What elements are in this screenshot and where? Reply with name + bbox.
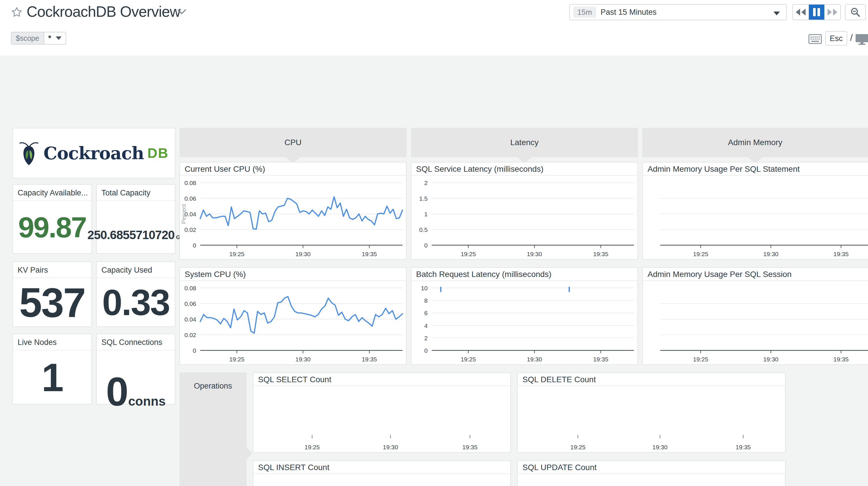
svg-text:19:25: 19:25 bbox=[693, 251, 709, 257]
template-variable-value: * bbox=[44, 32, 56, 44]
svg-text:19:35: 19:35 bbox=[593, 356, 609, 363]
caret-down-icon bbox=[56, 36, 62, 40]
tile-sql-connections[interactable]: SQL Connections 0 conns bbox=[96, 334, 176, 404]
tile-kv-pairs[interactable]: KV Pairs 537 bbox=[12, 261, 92, 327]
svg-text:0: 0 bbox=[424, 242, 428, 249]
group-label: Latency bbox=[510, 138, 538, 147]
keyboard-shortcuts-button[interactable] bbox=[808, 34, 822, 45]
svg-text:2: 2 bbox=[424, 335, 428, 341]
chart-title: SQL SELECT Count bbox=[253, 373, 510, 386]
chart-panel-system-cpu[interactable]: System CPU (%) 0.080.060.040.02019:2519:… bbox=[180, 267, 407, 365]
line-chart: 21.510.5019:2519:3019:35 bbox=[411, 176, 638, 259]
chart-panel-admin-memory-session[interactable]: Admin Memory Usage Per SQL Session 19:25… bbox=[642, 267, 868, 365]
line-chart: 19:2519:3019:35 bbox=[518, 387, 785, 452]
tile-capacity-used[interactable]: Capacity Used 0.33 bbox=[96, 261, 176, 327]
group-header-cpu[interactable]: CPU bbox=[180, 128, 407, 157]
tile-value: 0.33 bbox=[102, 282, 169, 323]
chart-title: SQL DELETE Count bbox=[518, 373, 785, 386]
svg-text:19:25: 19:25 bbox=[229, 251, 244, 257]
chart-title: SQL INSERT Count bbox=[253, 461, 510, 474]
chart-title: System CPU (%) bbox=[180, 268, 406, 281]
svg-text:10: 10 bbox=[421, 285, 428, 291]
group-header-operations[interactable]: Operations bbox=[180, 372, 246, 486]
svg-text:19:25: 19:25 bbox=[461, 356, 476, 363]
time-range-selector[interactable]: 15m Past 15 Minutes bbox=[569, 4, 787, 20]
slash-separator: / bbox=[850, 32, 853, 43]
tile-value: 99.87 bbox=[18, 211, 86, 244]
chevron-down-icon[interactable] bbox=[177, 8, 187, 15]
tile-total-capacity[interactable]: Total Capacity 250.6855710720 GB bbox=[96, 184, 176, 254]
chart-title: Admin Memory Usage Per SQL Session bbox=[643, 268, 868, 281]
line-chart: 0.080.060.040.02019:2519:3019:35 bbox=[180, 282, 406, 364]
chart-panel-sql-service-latency[interactable]: SQL Service Latency (milliseconds) 21.51… bbox=[411, 162, 638, 260]
svg-text:19:35: 19:35 bbox=[462, 444, 477, 451]
pause-icon bbox=[813, 8, 820, 17]
svg-text:1: 1 bbox=[424, 211, 428, 218]
svg-text:4: 4 bbox=[424, 322, 428, 329]
tile-unit: conns bbox=[128, 394, 166, 408]
svg-text:0.08: 0.08 bbox=[184, 179, 196, 186]
logo-wordmark: Cockroach bbox=[43, 143, 144, 163]
svg-text:0: 0 bbox=[193, 242, 196, 249]
fullscreen-button[interactable] bbox=[855, 33, 868, 46]
svg-text:19:30: 19:30 bbox=[763, 356, 778, 363]
svg-text:19:30: 19:30 bbox=[652, 444, 668, 451]
fast-forward-button[interactable] bbox=[825, 5, 840, 20]
svg-text:0.06: 0.06 bbox=[184, 195, 196, 202]
svg-text:19:35: 19:35 bbox=[362, 356, 377, 363]
tile-value: 0 bbox=[106, 368, 128, 415]
svg-text:19:25: 19:25 bbox=[461, 251, 476, 257]
svg-text:0.06: 0.06 bbox=[184, 301, 196, 307]
svg-text:19:25: 19:25 bbox=[229, 356, 244, 363]
line-chart: 19:2519:3019:35 bbox=[253, 475, 510, 486]
tile-live-nodes[interactable]: Live Nodes 1 bbox=[12, 334, 92, 404]
tile-title: Capacity Available... bbox=[13, 185, 91, 201]
chart-title: Admin Memory Usage Per SQL Statement bbox=[643, 163, 868, 176]
group-label: CPU bbox=[284, 138, 301, 147]
time-range-badge: 15m bbox=[573, 7, 596, 18]
svg-text:19:30: 19:30 bbox=[527, 251, 542, 257]
chart-panel-sql-update-count[interactable]: SQL UPDATE Count 19:2519:3019:35 bbox=[517, 460, 786, 486]
playback-controls bbox=[792, 4, 841, 20]
svg-text:19:25: 19:25 bbox=[570, 444, 586, 451]
svg-text:19:35: 19:35 bbox=[833, 356, 849, 363]
rewind-button[interactable] bbox=[793, 5, 809, 20]
chart-title: SQL UPDATE Count bbox=[518, 461, 785, 474]
group-label: Operations bbox=[180, 372, 246, 391]
star-icon[interactable] bbox=[11, 6, 23, 18]
svg-text:19:25: 19:25 bbox=[305, 444, 320, 451]
chart-panel-batch-request-latency[interactable]: Batch Request Latency (milliseconds) 108… bbox=[411, 267, 638, 365]
line-chart: 108642019:2519:3019:35 bbox=[411, 282, 638, 364]
tile-title: KV Pairs bbox=[13, 262, 91, 278]
fast-forward-icon bbox=[827, 8, 838, 17]
monitor-icon bbox=[855, 33, 868, 45]
svg-text:19:35: 19:35 bbox=[736, 444, 751, 451]
esc-button[interactable]: Esc bbox=[825, 31, 847, 46]
svg-text:19:35: 19:35 bbox=[362, 251, 377, 257]
pause-button[interactable] bbox=[809, 5, 825, 20]
chart-panel-current-user-cpu[interactable]: Current User CPU (%) 0.080.060.040.02019… bbox=[180, 162, 407, 260]
template-variable-scope[interactable]: $scope * bbox=[11, 32, 66, 45]
app-header: CockroachDB Overview 15m Past 15 Minutes bbox=[0, 0, 868, 56]
svg-text:19:30: 19:30 bbox=[295, 356, 311, 363]
svg-text:0: 0 bbox=[193, 347, 196, 354]
keyboard-icon bbox=[808, 34, 822, 44]
svg-text:0.08: 0.08 bbox=[184, 285, 196, 291]
template-variable-name: $scope bbox=[11, 32, 44, 44]
svg-text:2: 2 bbox=[424, 179, 428, 186]
group-header-admin-memory[interactable]: Admin Memory bbox=[642, 128, 868, 157]
tile-capacity-available[interactable]: Capacity Available... 99.87 bbox=[12, 184, 92, 254]
tile-title: Live Nodes bbox=[13, 334, 91, 350]
group-header-latency[interactable]: Latency bbox=[411, 128, 638, 157]
svg-text:19:35: 19:35 bbox=[833, 251, 849, 257]
logo-wordmark-suffix: DB bbox=[147, 145, 168, 161]
chart-panel-admin-memory-statement[interactable]: Admin Memory Usage Per SQL Statement 19:… bbox=[642, 162, 868, 260]
chart-panel-sql-delete-count[interactable]: SQL DELETE Count 19:2519:3019:35 bbox=[517, 372, 786, 453]
svg-text:0.02: 0.02 bbox=[184, 332, 196, 338]
chart-panel-sql-insert-count[interactable]: SQL INSERT Count 19:2519:3019:35 bbox=[253, 460, 511, 486]
zoom-out-button[interactable] bbox=[845, 4, 866, 20]
page-title: CockroachDB Overview bbox=[27, 3, 180, 20]
svg-text:Percent: Percent bbox=[181, 204, 187, 224]
line-chart: 19:2519:3019:35 bbox=[518, 475, 785, 486]
chart-panel-sql-select-count[interactable]: SQL SELECT Count 19:2519:3019:35 bbox=[253, 372, 511, 453]
